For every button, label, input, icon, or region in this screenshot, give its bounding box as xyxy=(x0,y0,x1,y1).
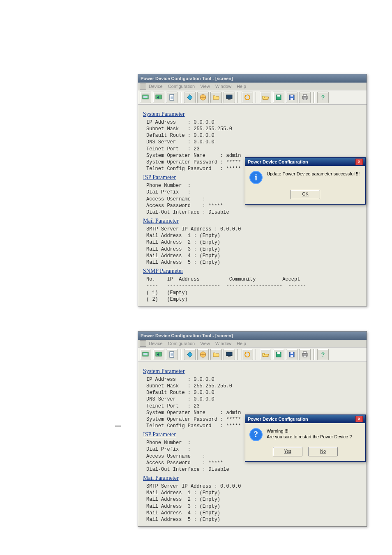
monitor-icon[interactable] xyxy=(224,92,235,103)
section-system-parameter[interactable]: System Parameter xyxy=(143,368,362,375)
printer-icon[interactable] xyxy=(299,92,311,103)
param-line: IP Address : 0.0.0.0 xyxy=(146,119,362,126)
close-icon[interactable]: × xyxy=(355,159,363,165)
window-titlebar: Power Device Configuration Tool - [scree… xyxy=(138,332,367,340)
app-icon xyxy=(140,340,146,347)
no-button[interactable]: No xyxy=(308,447,338,456)
section-snmp-parameter[interactable]: SNMP Parameter xyxy=(143,267,362,275)
svg-rect-36 xyxy=(291,355,293,357)
menu-configuration[interactable]: Configuration xyxy=(168,341,195,346)
dialog-message: Warning !!! Are you sure to restart the … xyxy=(267,428,361,440)
refresh-icon[interactable] xyxy=(242,349,253,360)
window-titlebar: Power Device Configuration Tool - [scree… xyxy=(138,74,367,83)
toolbar: ? xyxy=(138,90,367,105)
param-line: Dial-Out Interface : Disable xyxy=(146,209,362,216)
param-line: SMTP Server IP Address : 0.0.0.0 xyxy=(146,226,362,233)
toolbar-separator xyxy=(256,92,257,103)
dialog-titlebar: Power Device Configuration × xyxy=(245,415,365,423)
help-icon[interactable]: ? xyxy=(317,349,329,360)
svg-marker-7 xyxy=(187,94,192,100)
svg-rect-31 xyxy=(228,356,231,357)
toolbar: ? xyxy=(138,348,367,362)
diamond-icon[interactable] xyxy=(184,349,196,360)
dialog-confirm: Power Device Configuration × ? Warning !… xyxy=(245,415,366,462)
menu-help[interactable]: Help xyxy=(237,84,246,89)
section-system-parameter[interactable]: System Parameter xyxy=(143,111,362,118)
menu-window[interactable]: Window xyxy=(215,84,231,89)
device-icon[interactable] xyxy=(140,349,151,360)
param-line: Telnet Port : 23 xyxy=(146,403,362,410)
svg-rect-15 xyxy=(291,98,293,100)
folder-icon[interactable] xyxy=(210,349,222,360)
dialog-line-1: Warning !!! xyxy=(267,428,361,434)
open-icon[interactable] xyxy=(260,92,271,103)
save-icon[interactable] xyxy=(286,349,297,360)
toolbar-separator xyxy=(180,349,182,360)
menu-view[interactable]: View xyxy=(200,341,210,346)
svg-rect-19 xyxy=(303,98,307,100)
toolbar-separator xyxy=(180,92,182,103)
svg-marker-28 xyxy=(187,352,192,357)
param-line: Mail Address 5 : (Empty) xyxy=(146,259,362,266)
help-icon[interactable]: ? xyxy=(317,92,329,103)
toolbar-separator xyxy=(256,349,257,360)
param-line: Mail Address 3 : (Empty) xyxy=(146,246,362,253)
menu-device[interactable]: Device xyxy=(149,84,163,89)
globe-icon[interactable] xyxy=(197,92,209,103)
content-area: System Parameter IP Address : 0.0.0.0 Su… xyxy=(138,362,367,526)
menu-view[interactable]: View xyxy=(200,84,210,89)
svg-text:?: ? xyxy=(321,94,325,101)
svg-rect-30 xyxy=(226,352,232,356)
document-icon[interactable] xyxy=(166,92,178,103)
svg-rect-34 xyxy=(277,352,280,354)
param-line: Mail Address 2 : (Empty) xyxy=(146,239,362,246)
info-icon: i xyxy=(249,171,263,184)
open-icon[interactable] xyxy=(260,349,271,360)
svg-rect-10 xyxy=(228,99,231,100)
monitor-icon[interactable] xyxy=(224,349,235,360)
window-title: Power Device Configuration Tool - [scree… xyxy=(141,333,233,338)
param-line: Mail Address 2 : (Empty) xyxy=(146,496,362,503)
param-line: Mail Address 5 : (Empty) xyxy=(146,516,362,523)
param-line: Default Route : 0.0.0.0 xyxy=(146,389,362,396)
menu-help[interactable]: Help xyxy=(237,341,246,346)
document-icon[interactable] xyxy=(166,349,178,360)
menu-device[interactable]: Device xyxy=(149,341,163,346)
param-line: Mail Address 1 : (Empty) xyxy=(146,490,362,496)
param-line: Default Route : 0.0.0.0 xyxy=(146,132,362,139)
menu-window[interactable]: Window xyxy=(215,341,231,346)
svg-rect-16 xyxy=(291,95,293,97)
ok-button[interactable]: OK xyxy=(291,190,320,199)
toolbar-separator xyxy=(238,349,239,360)
printer-icon[interactable] xyxy=(299,349,311,360)
menu-bar: Device Configuration View Window Help xyxy=(138,340,367,348)
save-icon[interactable] xyxy=(286,92,297,103)
param-line: IP Address : 0.0.0.0 xyxy=(146,376,362,383)
app-icon xyxy=(140,83,146,90)
svg-rect-39 xyxy=(303,352,307,353)
menu-configuration[interactable]: Configuration xyxy=(168,84,195,89)
close-icon[interactable]: × xyxy=(355,416,363,422)
device-back-icon[interactable] xyxy=(153,92,164,103)
folder-icon[interactable] xyxy=(210,92,222,103)
toolbar-separator xyxy=(238,92,239,103)
snmp-separator: ---- ------------------ ----------------… xyxy=(146,283,362,289)
device-icon[interactable] xyxy=(140,92,151,103)
disk-icon[interactable] xyxy=(273,92,284,103)
content-area: System Parameter IP Address : 0.0.0.0 Su… xyxy=(138,105,367,306)
globe-icon[interactable] xyxy=(197,349,209,360)
disk-icon[interactable] xyxy=(273,349,284,360)
refresh-icon[interactable] xyxy=(242,92,253,103)
dialog-titlebar: Power Device Configuration × xyxy=(245,158,365,166)
svg-rect-9 xyxy=(226,95,232,99)
dialog-info: Power Device Configuration × i Update Po… xyxy=(245,157,366,205)
toolbar-separator xyxy=(313,92,315,103)
dash-mark: – xyxy=(115,419,121,432)
diamond-icon[interactable] xyxy=(184,92,196,103)
device-back-icon[interactable] xyxy=(153,349,164,360)
param-line: Mail Address 4 : (Empty) xyxy=(146,510,362,516)
section-mail-parameter[interactable]: Mail Parameter xyxy=(143,217,362,225)
snmp-row: ( 2) (Empty) xyxy=(146,296,362,303)
section-mail-parameter[interactable]: Mail Parameter xyxy=(143,474,362,482)
yes-button[interactable]: Yes xyxy=(273,447,302,456)
